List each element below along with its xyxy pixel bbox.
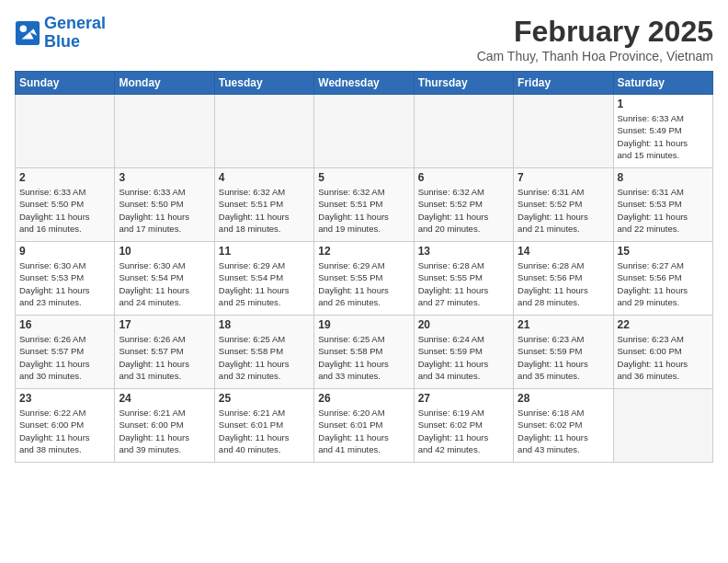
location: Cam Thuy, Thanh Hoa Province, Vietnam <box>477 49 713 63</box>
calendar-week-row: 2Sunrise: 6:33 AM Sunset: 5:50 PM Daylig… <box>16 168 713 242</box>
calendar-week-row: 16Sunrise: 6:26 AM Sunset: 5:57 PM Dayli… <box>16 316 713 389</box>
day-info: Sunrise: 6:21 AM Sunset: 6:01 PM Dayligh… <box>219 407 310 455</box>
calendar-cell <box>16 95 115 168</box>
calendar-cell: 3Sunrise: 6:33 AM Sunset: 5:50 PM Daylig… <box>115 168 214 242</box>
calendar-cell: 6Sunrise: 6:32 AM Sunset: 5:52 PM Daylig… <box>414 168 513 242</box>
calendar-cell <box>314 95 414 168</box>
day-number: 22 <box>618 318 709 331</box>
day-info: Sunrise: 6:18 AM Sunset: 6:02 PM Dayligh… <box>518 407 609 455</box>
calendar-cell: 26Sunrise: 6:20 AM Sunset: 6:01 PM Dayli… <box>314 389 414 463</box>
day-info: Sunrise: 6:29 AM Sunset: 5:54 PM Dayligh… <box>219 259 310 308</box>
day-info: Sunrise: 6:31 AM Sunset: 5:52 PM Dayligh… <box>518 186 609 235</box>
day-number: 15 <box>618 245 709 258</box>
day-number: 10 <box>119 245 210 258</box>
calendar-week-row: 23Sunrise: 6:22 AM Sunset: 6:00 PM Dayli… <box>16 389 713 463</box>
calendar-cell: 20Sunrise: 6:24 AM Sunset: 5:59 PM Dayli… <box>414 316 513 389</box>
day-number: 2 <box>19 171 110 184</box>
svg-rect-0 <box>16 21 40 45</box>
calendar-week-row: 9Sunrise: 6:30 AM Sunset: 5:53 PM Daylig… <box>16 242 713 316</box>
day-number: 7 <box>518 171 609 184</box>
day-number: 20 <box>418 318 509 331</box>
calendar-cell: 21Sunrise: 6:23 AM Sunset: 5:59 PM Dayli… <box>514 316 613 389</box>
weekday-header-wednesday: Wednesday <box>314 72 414 95</box>
calendar-cell: 7Sunrise: 6:31 AM Sunset: 5:52 PM Daylig… <box>514 168 613 242</box>
weekday-header-saturday: Saturday <box>613 72 712 95</box>
calendar-cell: 5Sunrise: 6:32 AM Sunset: 5:51 PM Daylig… <box>314 168 414 242</box>
calendar-cell <box>214 95 313 168</box>
day-info: Sunrise: 6:30 AM Sunset: 5:54 PM Dayligh… <box>119 259 210 308</box>
calendar-cell: 16Sunrise: 6:26 AM Sunset: 5:57 PM Dayli… <box>16 316 115 389</box>
calendar-table: SundayMondayTuesdayWednesdayThursdayFrid… <box>15 71 713 463</box>
weekday-header-tuesday: Tuesday <box>214 72 313 95</box>
day-info: Sunrise: 6:30 AM Sunset: 5:53 PM Dayligh… <box>19 259 110 308</box>
day-info: Sunrise: 6:23 AM Sunset: 6:00 PM Dayligh… <box>618 333 709 382</box>
calendar-cell: 10Sunrise: 6:30 AM Sunset: 5:54 PM Dayli… <box>115 242 214 316</box>
calendar-cell: 18Sunrise: 6:25 AM Sunset: 5:58 PM Dayli… <box>214 316 313 389</box>
day-number: 28 <box>518 392 609 405</box>
weekday-header-thursday: Thursday <box>414 72 513 95</box>
logo: General Blue <box>15 15 106 52</box>
calendar-cell: 1Sunrise: 6:33 AM Sunset: 5:49 PM Daylig… <box>613 95 712 168</box>
day-number: 21 <box>518 318 609 331</box>
day-number: 14 <box>518 245 609 258</box>
day-number: 5 <box>318 171 409 184</box>
calendar-cell: 9Sunrise: 6:30 AM Sunset: 5:53 PM Daylig… <box>16 242 115 316</box>
day-number: 12 <box>318 245 409 258</box>
day-info: Sunrise: 6:24 AM Sunset: 5:59 PM Dayligh… <box>418 333 509 382</box>
day-number: 27 <box>418 392 509 405</box>
calendar-cell: 17Sunrise: 6:26 AM Sunset: 5:57 PM Dayli… <box>115 316 214 389</box>
calendar-cell: 24Sunrise: 6:21 AM Sunset: 6:00 PM Dayli… <box>115 389 214 463</box>
calendar-cell: 28Sunrise: 6:18 AM Sunset: 6:02 PM Dayli… <box>514 389 613 463</box>
calendar-cell: 12Sunrise: 6:29 AM Sunset: 5:55 PM Dayli… <box>314 242 414 316</box>
day-info: Sunrise: 6:23 AM Sunset: 5:59 PM Dayligh… <box>518 333 609 382</box>
day-info: Sunrise: 6:26 AM Sunset: 5:57 PM Dayligh… <box>19 333 110 382</box>
calendar-cell: 22Sunrise: 6:23 AM Sunset: 6:00 PM Dayli… <box>613 316 712 389</box>
day-number: 9 <box>19 245 110 258</box>
calendar-cell <box>414 95 513 168</box>
day-info: Sunrise: 6:32 AM Sunset: 5:52 PM Dayligh… <box>418 186 509 235</box>
weekday-header-monday: Monday <box>115 72 214 95</box>
day-number: 25 <box>219 392 310 405</box>
day-number: 24 <box>119 392 210 405</box>
day-info: Sunrise: 6:31 AM Sunset: 5:53 PM Dayligh… <box>618 186 709 235</box>
calendar-cell: 23Sunrise: 6:22 AM Sunset: 6:00 PM Dayli… <box>16 389 115 463</box>
month-year: February 2025 <box>477 15 713 49</box>
day-info: Sunrise: 6:27 AM Sunset: 5:56 PM Dayligh… <box>618 259 709 308</box>
calendar-cell: 8Sunrise: 6:31 AM Sunset: 5:53 PM Daylig… <box>613 168 712 242</box>
day-number: 13 <box>418 245 509 258</box>
calendar-cell <box>115 95 214 168</box>
day-info: Sunrise: 6:28 AM Sunset: 5:55 PM Dayligh… <box>418 259 509 308</box>
day-number: 23 <box>19 392 110 405</box>
calendar-cell: 15Sunrise: 6:27 AM Sunset: 5:56 PM Dayli… <box>613 242 712 316</box>
day-number: 16 <box>19 318 110 331</box>
day-info: Sunrise: 6:22 AM Sunset: 6:00 PM Dayligh… <box>19 407 110 455</box>
title-block: February 2025 Cam Thuy, Thanh Hoa Provin… <box>477 15 713 63</box>
day-number: 19 <box>318 318 409 331</box>
day-info: Sunrise: 6:33 AM Sunset: 5:50 PM Dayligh… <box>119 186 210 235</box>
day-info: Sunrise: 6:25 AM Sunset: 5:58 PM Dayligh… <box>219 333 310 382</box>
day-number: 1 <box>618 98 709 110</box>
day-info: Sunrise: 6:33 AM Sunset: 5:50 PM Dayligh… <box>19 186 110 235</box>
day-number: 8 <box>618 171 709 184</box>
day-number: 11 <box>219 245 310 258</box>
day-number: 3 <box>119 171 210 184</box>
day-info: Sunrise: 6:21 AM Sunset: 6:00 PM Dayligh… <box>119 407 210 455</box>
day-number: 17 <box>119 318 210 331</box>
calendar-cell: 4Sunrise: 6:32 AM Sunset: 5:51 PM Daylig… <box>214 168 313 242</box>
day-number: 18 <box>219 318 310 331</box>
calendar-cell: 27Sunrise: 6:19 AM Sunset: 6:02 PM Dayli… <box>414 389 513 463</box>
calendar-cell: 2Sunrise: 6:33 AM Sunset: 5:50 PM Daylig… <box>16 168 115 242</box>
svg-point-2 <box>20 25 27 31</box>
day-number: 6 <box>418 171 509 184</box>
calendar-cell: 11Sunrise: 6:29 AM Sunset: 5:54 PM Dayli… <box>214 242 313 316</box>
logo-icon <box>15 20 40 46</box>
day-number: 4 <box>219 171 310 184</box>
day-info: Sunrise: 6:20 AM Sunset: 6:01 PM Dayligh… <box>318 407 409 455</box>
logo-text: General Blue <box>44 15 106 52</box>
day-info: Sunrise: 6:33 AM Sunset: 5:49 PM Dayligh… <box>618 112 709 161</box>
day-info: Sunrise: 6:32 AM Sunset: 5:51 PM Dayligh… <box>318 186 409 235</box>
calendar-cell <box>514 95 613 168</box>
calendar-cell <box>613 389 712 463</box>
day-info: Sunrise: 6:28 AM Sunset: 5:56 PM Dayligh… <box>518 259 609 308</box>
day-info: Sunrise: 6:25 AM Sunset: 5:58 PM Dayligh… <box>318 333 409 382</box>
